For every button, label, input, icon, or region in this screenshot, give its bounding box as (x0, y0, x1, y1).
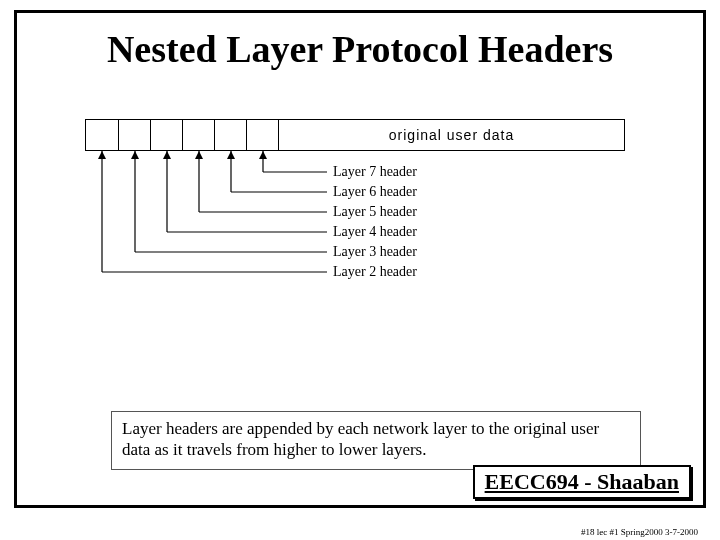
label-layer2: Layer 2 header (333, 264, 417, 280)
svg-marker-14 (195, 151, 203, 159)
svg-marker-12 (259, 151, 267, 159)
label-layer7: Layer 7 header (333, 164, 417, 180)
packet-diagram: original user data (85, 119, 645, 339)
label-layer3: Layer 3 header (333, 244, 417, 260)
label-layer4: Layer 4 header (333, 224, 417, 240)
svg-marker-13 (227, 151, 235, 159)
footer-meta: #18 lec #1 Spring2000 3-7-2000 (581, 527, 698, 537)
svg-marker-17 (98, 151, 106, 159)
course-label: EECC694 - Shaaban (473, 465, 691, 499)
svg-marker-15 (163, 151, 171, 159)
label-layer6: Layer 6 header (333, 184, 417, 200)
slide-title: Nested Layer Protocol Headers (17, 27, 703, 71)
caption-box: Layer headers are appended by each netwo… (111, 411, 641, 470)
svg-marker-16 (131, 151, 139, 159)
label-layer5: Layer 5 header (333, 204, 417, 220)
slide-frame: Nested Layer Protocol Headers original u… (14, 10, 706, 508)
